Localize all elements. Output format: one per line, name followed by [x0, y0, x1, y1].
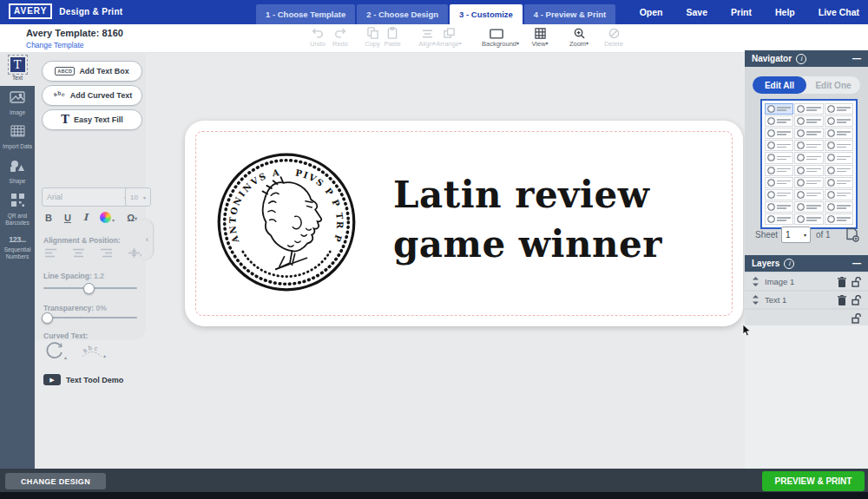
navigator-label-thumb[interactable]	[765, 103, 793, 115]
navigator-label-thumb[interactable]	[765, 165, 793, 176]
italic-button[interactable]: I	[83, 212, 88, 223]
add-curved-text-button[interactable]: abc Add Curved Text	[42, 85, 142, 106]
layer-delete-icon[interactable]	[838, 277, 846, 287]
circle-text-option[interactable]: ▴	[45, 341, 67, 360]
position-button[interactable]: ▾	[128, 248, 142, 258]
rail-item-qr-barcodes[interactable]: QR and Barcodes	[0, 188, 35, 230]
transparency-track[interactable]	[43, 317, 137, 318]
navigator-label-thumb[interactable]	[825, 165, 853, 176]
right-panel: Navigator i — Edit All Edit One Sheet 1▾…	[745, 50, 868, 469]
navigator-label-thumb[interactable]	[825, 140, 853, 151]
navigator-label-thumb[interactable]	[794, 152, 823, 163]
navigator-label-thumb[interactable]	[765, 213, 793, 225]
navigator-label-thumb[interactable]	[794, 103, 823, 115]
preview-print-button[interactable]: PREVIEW & PRINT	[762, 471, 865, 491]
navigator-label-thumb[interactable]	[765, 128, 793, 139]
layer-move-icon[interactable]	[752, 295, 760, 305]
rail-item-image[interactable]: Image	[0, 86, 35, 121]
navigator-label-thumb[interactable]	[765, 177, 793, 188]
edit-all-button[interactable]: Edit All	[753, 76, 806, 94]
avery-logo[interactable]: AVERY Design & Print	[9, 3, 122, 19]
menu-help[interactable]: Help	[775, 7, 795, 17]
align-left-button[interactable]	[45, 248, 56, 258]
edit-one-button[interactable]: Edit One	[806, 76, 860, 94]
roman-coin-image[interactable]: ANTONINVS AVG PIVS P P TR P XII	[216, 150, 357, 294]
special-character-button[interactable]: Ω▾	[127, 213, 137, 223]
text-tool-demo-button[interactable]: ▶ Text Tool Demo	[43, 374, 123, 385]
navigator-label-thumb[interactable]	[794, 115, 823, 127]
layer-move-icon[interactable]	[752, 277, 760, 286]
navigator-label-thumb[interactable]	[765, 140, 793, 151]
navigator-label-thumb[interactable]	[794, 177, 823, 188]
change-template-link[interactable]: Change Template	[26, 41, 83, 49]
tab-customize[interactable]: 3 - Customize	[450, 4, 523, 24]
navigator-label-thumb[interactable]	[794, 189, 823, 200]
rail-item-text[interactable]: T Text	[0, 52, 35, 86]
navigator-minimize-button[interactable]: —	[852, 54, 861, 63]
font-size-select[interactable]: 10▾	[125, 187, 151, 207]
navigator-info-icon[interactable]: i	[796, 54, 806, 64]
navigator-label-thumb[interactable]	[794, 213, 823, 225]
tab-choose-design[interactable]: 2 - Choose Design	[357, 4, 448, 24]
zoom-button[interactable]: Zoom▾	[564, 26, 594, 48]
sheet-number-select[interactable]: 1▾	[781, 227, 811, 243]
rail-item-import-data[interactable]: Import Data	[0, 120, 35, 154]
align-right-button[interactable]	[101, 248, 112, 258]
transparency-slider[interactable]	[43, 313, 137, 322]
menu-print[interactable]: Print	[731, 7, 752, 17]
layers-minimize-button[interactable]: —	[852, 259, 861, 268]
add-text-box-button[interactable]: ABCD Add Text Box	[42, 61, 142, 82]
navigator-label-thumb[interactable]	[765, 152, 793, 163]
underline-button[interactable]: U	[64, 213, 71, 223]
menu-open[interactable]: Open	[640, 7, 663, 17]
navigator-label-thumb[interactable]	[825, 201, 853, 213]
layer-unlock-icon[interactable]	[852, 313, 861, 324]
tab-choose-template[interactable]: 1 - Choose Template	[256, 4, 355, 24]
thumb-text-lines	[837, 118, 851, 125]
qr-barcode-icon	[11, 194, 24, 207]
layer-row-background[interactable]	[745, 310, 868, 326]
layer-delete-icon[interactable]	[838, 295, 846, 305]
line-spacing-handle[interactable]	[83, 283, 95, 294]
layers-info-icon[interactable]: i	[784, 259, 794, 269]
navigator-label-thumb[interactable]	[794, 201, 823, 213]
easy-text-fill-button[interactable]: T Easy Text Fill	[42, 109, 142, 130]
background-button[interactable]: Background▾	[482, 26, 511, 48]
rail-item-sequential-numbers[interactable]: 123... Sequential Numbers	[0, 230, 35, 264]
font-color-button[interactable]: ▾	[100, 212, 115, 223]
tab-preview-print[interactable]: 4 - Preview & Print	[524, 4, 615, 24]
navigator-label-thumb[interactable]	[825, 103, 853, 115]
layer-row-text[interactable]: Text 1	[745, 292, 868, 308]
panel-collapse-handle[interactable]: ‹	[141, 220, 153, 259]
view-button[interactable]: View▾	[525, 26, 555, 48]
layer-row-image[interactable]: Image 1	[745, 273, 868, 290]
label-text-object[interactable]: Latin review game winner	[393, 170, 662, 269]
navigator-label-thumb[interactable]	[794, 128, 823, 139]
navigator-label-thumb[interactable]	[825, 152, 853, 163]
wave-text-option[interactable]: a b c ▴	[81, 343, 106, 358]
navigator-label-thumb[interactable]	[825, 128, 853, 139]
navigator-label-thumb[interactable]	[794, 140, 823, 151]
transparency-handle[interactable]	[42, 312, 53, 324]
align-center-button[interactable]	[73, 248, 84, 258]
menu-live-chat[interactable]: Live Chat	[819, 7, 859, 17]
add-sheet-button[interactable]	[845, 227, 859, 242]
layer-unlock-icon[interactable]	[852, 295, 861, 305]
navigator-label-thumb[interactable]	[765, 189, 793, 200]
navigator-label-thumb[interactable]	[825, 189, 853, 200]
rail-item-shape[interactable]: Shape	[0, 154, 35, 189]
change-design-button[interactable]: CHANGE DESIGN	[5, 473, 106, 489]
navigator-label-thumb[interactable]	[765, 201, 793, 213]
navigator-label-thumb[interactable]	[825, 213, 853, 225]
navigator-label-thumb[interactable]	[825, 115, 853, 127]
label-canvas[interactable]: ANTONINVS AVG PIVS P P TR P XII Latin re…	[185, 121, 743, 326]
sheet-thumbnail[interactable]	[760, 99, 858, 229]
font-family-select[interactable]: Arial▾	[42, 187, 132, 207]
navigator-label-thumb[interactable]	[825, 177, 853, 188]
menu-save[interactable]: Save	[687, 7, 708, 17]
bold-button[interactable]: B	[45, 213, 52, 223]
layer-unlock-icon[interactable]	[852, 277, 861, 287]
line-spacing-slider[interactable]	[43, 284, 137, 292]
navigator-label-thumb[interactable]	[794, 165, 823, 176]
navigator-label-thumb[interactable]	[765, 115, 793, 127]
